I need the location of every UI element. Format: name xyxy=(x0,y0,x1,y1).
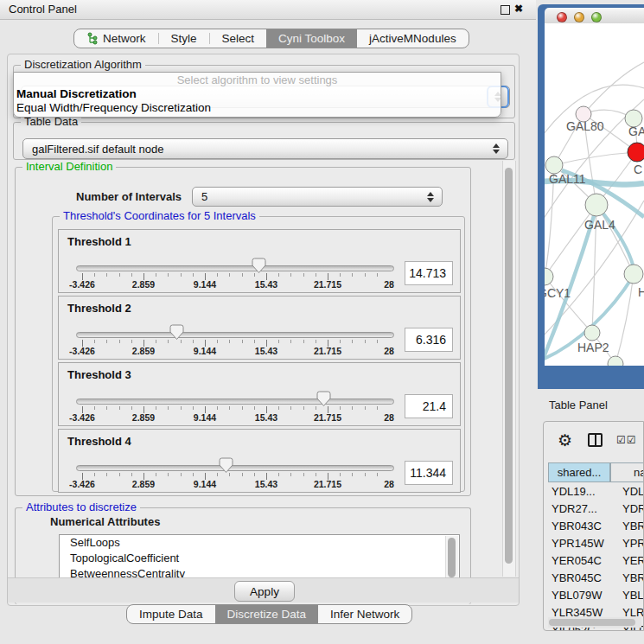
cell-name: YBR0 xyxy=(619,571,644,584)
slider-handle[interactable] xyxy=(316,391,331,407)
dropdown-option[interactable]: Manual Discretization xyxy=(14,87,501,101)
tab-discretize-data[interactable]: Discretize Data xyxy=(215,605,319,623)
network-node-label: GAL11 xyxy=(549,172,586,186)
network-node-label: GA xyxy=(628,124,644,138)
threshold-value-field[interactable]: 21.4 xyxy=(405,394,453,418)
spinner-down-icon xyxy=(493,150,500,154)
table-panel-title: Table Panel xyxy=(549,399,608,411)
bottom-tab-bar: Impute DataDiscretize DataInfer Network xyxy=(126,604,412,624)
cell-name: YDL1 xyxy=(619,485,644,498)
combo-spinner xyxy=(488,143,504,154)
slider-handle[interactable] xyxy=(252,258,266,274)
slider-scale-labels: -3.426 2.859 9.144 15.43 21.715 28 xyxy=(82,346,389,358)
tab-label: Impute Data xyxy=(139,608,203,621)
slider-scale-labels: -3.426 2.859 9.144 15.43 21.715 28 xyxy=(82,479,389,491)
network-node-label: GAL80 xyxy=(566,119,604,133)
table-panel: ⚙ ☑☑ shared... na YDL19...YDL1YDR27...YD… xyxy=(543,421,644,631)
tab-jactivemnodules[interactable]: jActiveMNodules xyxy=(357,29,469,48)
threshold-label: Threshold 2 xyxy=(67,302,131,315)
gear-icon[interactable]: ⚙ xyxy=(558,430,572,450)
close-traffic-light[interactable] xyxy=(557,12,567,22)
table-row[interactable]: YBR043CYBR0 xyxy=(548,517,644,534)
tab-label: Network xyxy=(103,32,146,45)
numerical-attributes-list[interactable]: SelfLoopsTopologicalCoefficientBetweenne… xyxy=(59,534,460,581)
group-title: Discretization Algorithm xyxy=(21,58,145,71)
network-canvas[interactable]: GAL80GACGAL11GAL4GCY1HHAP2 xyxy=(545,23,644,366)
list-scrollbar[interactable] xyxy=(445,536,458,579)
table-data-combobox[interactable]: galFiltered.sif default node xyxy=(22,138,508,159)
undock-icon[interactable] xyxy=(501,5,510,15)
cell-name: YBR0 xyxy=(619,520,644,532)
network-node-gal11[interactable] xyxy=(545,156,563,174)
tab-select[interactable]: Select xyxy=(210,29,267,48)
slider-track[interactable] xyxy=(76,399,394,405)
cell-name: YDR2 xyxy=(619,502,644,515)
threshold-panel: Threshold 4 -3.426 2.859 9.144 15.43 21.… xyxy=(58,429,461,493)
settings-scrollbar[interactable] xyxy=(502,161,516,577)
zoom-traffic-light[interactable] xyxy=(591,12,602,22)
cell-shared-name: YBL079W xyxy=(548,589,619,602)
num-intervals-combobox[interactable]: 5 xyxy=(192,187,443,207)
threshold-panel: Threshold 2 -3.426 2.859 9.144 15.43 21.… xyxy=(58,296,461,360)
table-row[interactable]: YDR27...YDR2 xyxy=(548,500,644,517)
network-node[interactable] xyxy=(608,356,623,366)
tab-network[interactable]: Network xyxy=(74,29,158,48)
network-icon xyxy=(86,32,98,45)
column-header-name[interactable]: na xyxy=(610,462,644,482)
threshold-panel: Threshold 3 -3.426 2.859 9.144 15.43 21.… xyxy=(58,362,461,426)
table-row[interactable]: YDL19...YDL1 xyxy=(548,482,644,500)
threshold-value-field[interactable]: 14.713 xyxy=(405,261,453,285)
network-node-gal4[interactable] xyxy=(585,194,608,216)
network-node-label: HAP2 xyxy=(577,341,609,354)
slider-handle[interactable] xyxy=(219,457,233,474)
slider-track[interactable] xyxy=(76,265,394,271)
algorithm-dropdown-popup: Select algorithm to view settings Manual… xyxy=(13,72,501,118)
scrollbar-thumb[interactable] xyxy=(549,619,635,626)
group-title: Attributes to discretize xyxy=(22,501,140,513)
list-item[interactable]: TopologicalCoefficient xyxy=(60,551,459,566)
apply-band: Apply xyxy=(8,577,519,603)
checkbox-icons[interactable]: ☑☑ xyxy=(616,434,637,446)
list-item[interactable]: SelfLoops xyxy=(60,535,459,551)
group-title: Interval Definition xyxy=(22,160,116,173)
table-hscrollbar[interactable] xyxy=(548,617,641,628)
slider-track[interactable] xyxy=(76,465,394,471)
network-node-hap2[interactable] xyxy=(584,325,600,341)
table-row[interactable]: YER054CYER0 xyxy=(548,552,644,569)
network-node-h[interactable] xyxy=(624,265,643,284)
slider-track[interactable] xyxy=(76,332,394,338)
network-node-c[interactable] xyxy=(628,143,644,162)
threshold-value-field[interactable]: 11.344 xyxy=(405,461,453,485)
table-row[interactable]: YBR045CYBR0 xyxy=(548,569,644,586)
spinner-up-icon xyxy=(427,192,434,196)
scrollbar-thumb[interactable] xyxy=(448,538,456,577)
network-node-gcy1[interactable] xyxy=(545,268,553,285)
apply-button[interactable]: Apply xyxy=(234,581,295,602)
tab-impute-data[interactable]: Impute Data xyxy=(127,605,215,623)
cell-name: YPR1 xyxy=(619,537,644,550)
page-title: Control Panel xyxy=(9,3,77,16)
cell-shared-name: YDL19... xyxy=(548,485,619,498)
cell-shared-name: YBR043C xyxy=(548,520,619,532)
table-row[interactable]: YPR145WYPR1 xyxy=(548,534,644,552)
cell-shared-name: YDR27... xyxy=(548,502,619,515)
tab-label: Style xyxy=(171,32,197,45)
close-icon[interactable]: ✖ xyxy=(514,3,523,15)
tab-cyni-toolbox[interactable]: Cyni Toolbox xyxy=(266,29,357,48)
threshold-value-field[interactable]: 6.316 xyxy=(405,328,453,352)
minimize-traffic-light[interactable] xyxy=(574,12,584,22)
scrollbar-thumb[interactable] xyxy=(505,168,513,564)
split-view-icon[interactable] xyxy=(588,433,603,447)
combo-spinner xyxy=(423,192,438,202)
tab-label: jActiveMNodules xyxy=(369,32,456,45)
network-window-titlebar[interactable] xyxy=(545,8,644,23)
tab-style[interactable]: Style xyxy=(159,29,209,48)
slider-handle[interactable] xyxy=(169,324,184,341)
table-rows: YDL19...YDL1YDR27...YDR2YBR043CYBR0YPR14… xyxy=(548,482,644,631)
tab-infer-network[interactable]: Infer Network xyxy=(318,605,411,623)
threshold-label: Threshold 4 xyxy=(67,435,131,448)
table-row[interactable]: YBL079WYBL0 xyxy=(548,586,644,603)
control-panel-titlebar: Control Panel ✖ xyxy=(0,0,536,20)
dropdown-option[interactable]: Equal Width/Frequency Discretization xyxy=(14,101,501,115)
column-header-shared[interactable]: shared... xyxy=(548,462,610,482)
